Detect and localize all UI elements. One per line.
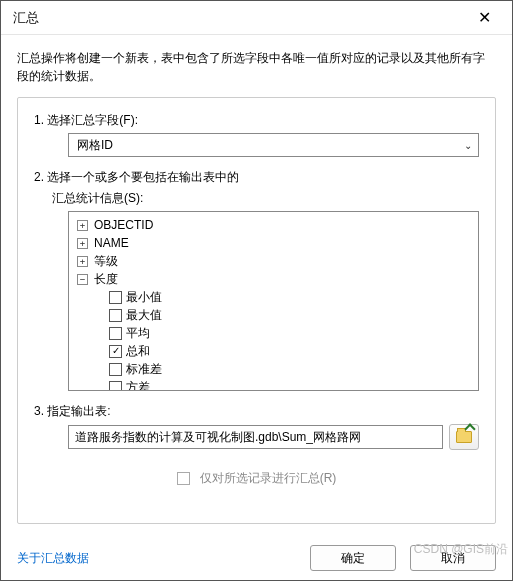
tree-node-length[interactable]: − 长度 xyxy=(75,270,472,288)
collapse-icon[interactable]: − xyxy=(77,274,88,285)
selected-only-label: 仅对所选记录进行汇总(R) xyxy=(200,470,337,487)
output-label: 3. 指定输出表: xyxy=(34,403,479,420)
close-icon: ✕ xyxy=(478,8,491,27)
dialog-description: 汇总操作将创建一个新表，表中包含了所选字段中各唯一值所对应的记录以及其他所有字段… xyxy=(17,49,496,85)
tree-child-variance[interactable]: 方差 xyxy=(75,378,472,391)
tree-child-avg[interactable]: 平均 xyxy=(75,324,472,342)
tree-node-name[interactable]: + NAME xyxy=(75,234,472,252)
ok-button-label: 确定 xyxy=(341,550,365,567)
checkbox-icon xyxy=(177,472,190,485)
tree-child-label: 最小值 xyxy=(126,289,162,306)
tree-child-sum[interactable]: 总和 xyxy=(75,342,472,360)
help-link[interactable]: 关于汇总数据 xyxy=(17,550,89,567)
tree-child-max[interactable]: 最大值 xyxy=(75,306,472,324)
tree-node-label: 等级 xyxy=(94,253,118,270)
tree-node-label: NAME xyxy=(94,236,129,250)
expand-icon[interactable]: + xyxy=(77,238,88,249)
ok-button[interactable]: 确定 xyxy=(310,545,396,571)
output-path-input[interactable]: 道路服务指数的计算及可视化制图.gdb\Sum_网格路网 xyxy=(68,425,443,449)
checkbox-icon[interactable] xyxy=(109,291,122,304)
tree-node-label: 长度 xyxy=(94,271,118,288)
tree-node-objectid[interactable]: + OBJECTID xyxy=(75,216,472,234)
tree-child-label: 方差 xyxy=(126,379,150,392)
folder-open-icon xyxy=(456,431,472,443)
checkbox-checked-icon[interactable] xyxy=(109,345,122,358)
tree-child-stddev[interactable]: 标准差 xyxy=(75,360,472,378)
tree-child-label: 标准差 xyxy=(126,361,162,378)
field-select[interactable]: 网格ID ⌄ xyxy=(68,133,479,157)
stats-label: 2. 选择一个或多个要包括在输出表中的 xyxy=(34,169,479,186)
stats-tree[interactable]: + OBJECTID + NAME + 等级 − 长度 最小值 xyxy=(68,211,479,391)
tree-child-label: 最大值 xyxy=(126,307,162,324)
expand-icon[interactable]: + xyxy=(77,256,88,267)
dialog-footer: 关于汇总数据 确定 取消 xyxy=(1,536,512,580)
tree-child-min[interactable]: 最小值 xyxy=(75,288,472,306)
chevron-down-icon: ⌄ xyxy=(464,140,472,151)
close-button[interactable]: ✕ xyxy=(464,4,504,32)
selected-only-row: 仅对所选记录进行汇总(R) xyxy=(34,470,479,487)
titlebar: 汇总 ✕ xyxy=(1,1,512,35)
stats-sublabel: 汇总统计信息(S): xyxy=(34,190,479,207)
tree-child-label: 平均 xyxy=(126,325,150,342)
tree-node-level[interactable]: + 等级 xyxy=(75,252,472,270)
browse-button[interactable] xyxy=(449,424,479,450)
checkbox-icon[interactable] xyxy=(109,381,122,392)
checkbox-icon[interactable] xyxy=(109,327,122,340)
output-path-value: 道路服务指数的计算及可视化制图.gdb\Sum_网格路网 xyxy=(75,429,361,446)
cancel-button-label: 取消 xyxy=(441,550,465,567)
field-select-label: 1. 选择汇总字段(F): xyxy=(34,112,479,129)
expand-icon[interactable]: + xyxy=(77,220,88,231)
field-select-value: 网格ID xyxy=(77,137,113,154)
cancel-button[interactable]: 取消 xyxy=(410,545,496,571)
tree-child-label: 总和 xyxy=(126,343,150,360)
checkbox-icon[interactable] xyxy=(109,363,122,376)
tree-node-label: OBJECTID xyxy=(94,218,153,232)
options-panel: 1. 选择汇总字段(F): 网格ID ⌄ 2. 选择一个或多个要包括在输出表中的… xyxy=(17,97,496,524)
window-title: 汇总 xyxy=(13,9,39,27)
checkbox-icon[interactable] xyxy=(109,309,122,322)
